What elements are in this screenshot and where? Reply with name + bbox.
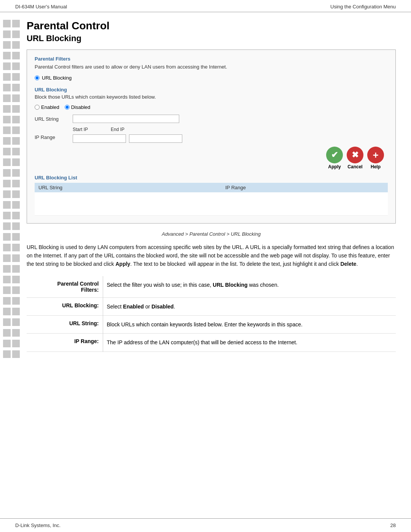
main-content: Parental Control URL Blocking Parental F…: [23, 12, 411, 507]
def-term-parental-control: Parental ControlFilters:: [27, 276, 103, 298]
enabled-option: Enabled: [35, 104, 59, 110]
enabled-label: Enabled: [41, 104, 59, 110]
url-blocking-radio[interactable]: [35, 75, 40, 80]
check-icon: [331, 150, 338, 160]
ip-inputs: Start IP End IP: [73, 127, 182, 143]
disabled-option: Disabled: [65, 104, 91, 110]
cancel-button[interactable]: Cancel: [347, 147, 363, 169]
def-row-ip-range: IP Range: The IP address of the LAN comp…: [27, 334, 396, 351]
url-blocking-section: URL Blocking Block those URLs which cont…: [35, 87, 388, 216]
def-desc-url-blocking: Select Enabled or Disabled.: [103, 297, 396, 315]
panel-caption: Advanced > Parental Control > URL Blocki…: [27, 231, 396, 237]
def-desc-parental-control: Select the filter you wish to use; in th…: [103, 276, 396, 298]
cancel-icon: [347, 147, 363, 163]
help-icon: [367, 147, 384, 163]
header-right: Using the Configuration Menu: [330, 4, 396, 10]
plus-icon: [373, 149, 378, 161]
list-section-title: URL Blocking List: [35, 175, 388, 181]
ip-range-row: IP Range Start IP End IP: [35, 127, 388, 143]
def-term-url-string: URL String:: [27, 316, 103, 334]
page-subtitle: URL Blocking: [27, 34, 396, 43]
definitions-table: Parental ControlFilters: Select the filt…: [27, 276, 396, 352]
table-empty-row: [35, 192, 388, 215]
url-blocking-label: URL Blocking: [35, 87, 388, 93]
url-blocking-table: URL String IP Range: [35, 183, 388, 216]
url-string-label: URL String: [35, 116, 73, 122]
apply-icon: [326, 147, 343, 163]
disabled-radio[interactable]: [65, 105, 70, 110]
def-row-url-string: URL String: Block URLs which contain key…: [27, 316, 396, 334]
def-desc-url-string: Block URLs which contain keywords listed…: [103, 316, 396, 334]
disabled-label: Disabled: [71, 104, 91, 110]
parental-filters-description: Parental Control filters are used to all…: [35, 64, 388, 70]
ip-fields: [73, 134, 182, 143]
url-blocking-desc: Block those URLs which contain keywords …: [35, 94, 388, 100]
filter-radio-group: URL Blocking: [35, 75, 388, 81]
header-left: DI-634M User's Manual: [15, 4, 67, 10]
def-term-ip-range: IP Range:: [27, 334, 103, 351]
action-buttons-row: Apply Cancel Help: [35, 147, 388, 169]
def-row-parental-control: Parental ControlFilters: Select the filt…: [27, 276, 396, 298]
enabled-radio[interactable]: [35, 105, 40, 110]
empty-url-cell: [35, 192, 221, 215]
apply-button[interactable]: Apply: [326, 147, 343, 169]
table-header-row: URL String IP Range: [35, 183, 388, 192]
body-text: URL Blocking is used to deny LAN compute…: [27, 243, 396, 268]
cancel-label: Cancel: [347, 164, 362, 169]
help-label: Help: [371, 164, 381, 169]
help-button[interactable]: Help: [367, 147, 384, 169]
sidebar-decoration: [0, 12, 23, 507]
def-row-url-blocking: URL Blocking: Select Enabled or Disabled…: [27, 297, 396, 315]
page-footer: D-Link Systems, Inc. 28: [0, 518, 411, 532]
x-icon: [352, 150, 358, 160]
def-term-url-blocking: URL Blocking:: [27, 297, 103, 315]
footer-left: D-Link Systems, Inc.: [15, 522, 61, 528]
page-header: DI-634M User's Manual Using the Configur…: [0, 0, 411, 12]
col-url-string: URL String: [35, 183, 221, 192]
ip-range-label: IP Range: [35, 127, 73, 140]
apply-label: Apply: [328, 164, 341, 169]
enable-disable-row: Enabled Disabled: [35, 104, 388, 110]
end-ip-input[interactable]: [129, 134, 182, 143]
end-ip-label: End IP: [111, 127, 124, 132]
ip-sublabels: Start IP End IP: [73, 127, 182, 132]
url-string-row: URL String: [35, 115, 388, 123]
col-ip-range: IP Range: [221, 183, 388, 192]
page-title: Parental Control: [27, 20, 396, 32]
start-ip-label: Start IP: [73, 127, 88, 132]
footer-right: 28: [390, 522, 396, 528]
start-ip-input[interactable]: [73, 134, 126, 143]
parental-filters-title: Parental Filters: [35, 56, 388, 62]
panel-box: Parental Filters Parental Control filter…: [27, 50, 396, 224]
def-desc-ip-range: The IP address of the LAN computer(s) th…: [103, 334, 396, 351]
url-blocking-radio-label: URL Blocking: [42, 75, 72, 81]
empty-ip-cell: [221, 192, 388, 215]
url-string-input[interactable]: [73, 115, 179, 123]
